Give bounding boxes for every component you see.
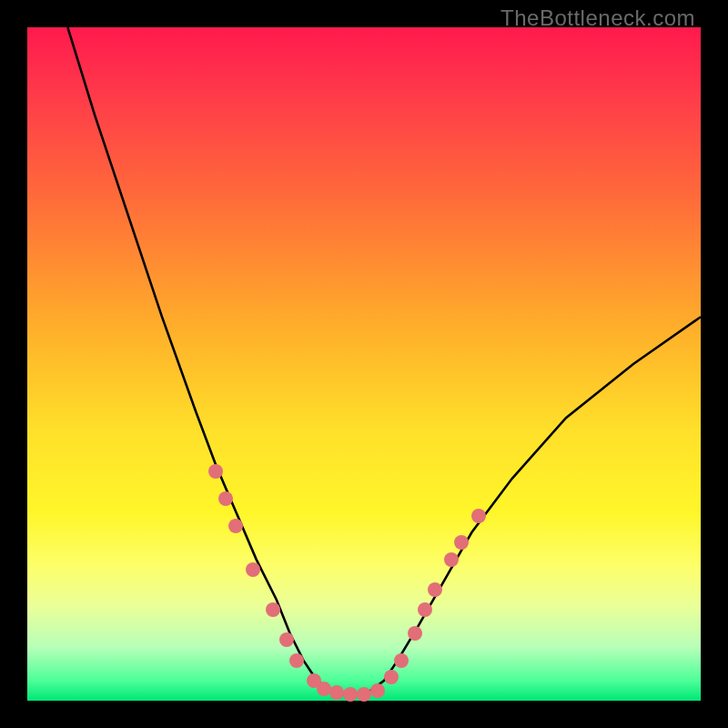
plot-area	[27, 27, 701, 701]
highlight-dot	[246, 562, 260, 577]
highlight-dot	[357, 687, 371, 702]
bottleneck-curve	[67, 27, 701, 694]
highlight-dot	[343, 687, 358, 702]
curve-svg	[27, 27, 701, 701]
highlight-dot	[317, 682, 331, 696]
highlight-dot	[228, 519, 243, 533]
highlight-dot	[384, 670, 399, 684]
highlight-dot	[428, 582, 442, 597]
highlight-dot	[418, 602, 432, 617]
highlight-dot	[394, 653, 409, 668]
highlight-dot	[289, 653, 304, 668]
highlight-dot	[408, 626, 422, 641]
chart-frame: TheBottleneck.com	[0, 0, 728, 728]
highlight-dot	[471, 509, 486, 523]
highlight-dot	[370, 683, 385, 698]
highlight-dot	[444, 552, 459, 567]
